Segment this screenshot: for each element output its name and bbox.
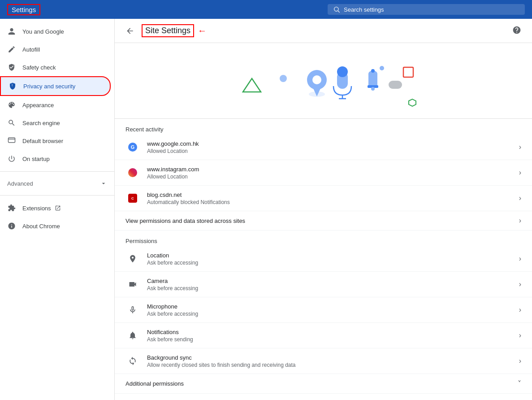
person-icon [7,27,16,36]
site-settings-header: Site Settings ← [115,19,532,43]
view-permissions-item[interactable]: View permissions and data stored across … [115,211,532,230]
permission-location[interactable]: Location Ask before accessing › [115,246,532,272]
right-panel: Site Settings ← [115,19,532,400]
help-circle-icon [512,26,521,35]
chevron-right-icon-8: › [519,331,521,339]
sidebar-item-you-google[interactable]: You and Google [0,22,111,40]
additional-permissions-text: Additional permissions [125,380,518,387]
search-icon [333,6,340,13]
shield-lock-icon [8,82,17,91]
site-settings-illustration [229,54,418,108]
additional-permissions-item[interactable]: Additional permissions ˅ [115,374,532,394]
additional-permissions-label: Additional permissions [125,380,518,387]
svg-point-11 [337,66,348,77]
sidebar-label-about-chrome: About Chrome [22,223,60,230]
shield-icon [7,63,16,72]
sidebar-advanced[interactable]: Advanced [0,175,114,191]
activity-item-csdn[interactable]: C blog.csdn.net Automatically blocked No… [115,186,532,211]
permissions-header: Permissions [115,230,532,246]
illustration-area [115,43,532,119]
google-favicon: G [125,140,140,154]
activity-item-google-text: www.google.com.hk Allowed Location [147,140,519,154]
permission-background-sync-text: Background sync Allow recently closed si… [147,354,519,368]
sidebar-item-autofill[interactable]: Autofill [0,40,111,58]
back-arrow-icon [125,26,134,35]
chevron-right-icon-2: › [519,169,521,177]
sidebar-item-appearance[interactable]: Appearance [0,96,111,114]
permission-background-sync[interactable]: Background sync Allow recently closed si… [115,348,532,374]
settings-title: Settings [7,4,40,15]
sidebar-item-privacy-security[interactable]: Privacy and security [0,76,111,96]
view-permissions-text: View permissions and data stored across … [125,217,519,224]
instagram-favicon [125,165,140,180]
permission-notifications-sub: Ask before sending [147,336,519,343]
permission-microphone[interactable]: Microphone Ask before accessing › [115,297,532,323]
sidebar-item-safety-check[interactable]: Safety check [0,58,111,76]
sidebar-divider-2 [0,195,114,196]
chevron-down-icon [100,180,107,187]
permission-microphone-sub: Ask before accessing [147,311,519,317]
permission-microphone-text: Microphone Ask before accessing [147,303,519,317]
arrow-annotation-title: ← [198,26,207,36]
activity-item-instagram-status: Allowed Location [147,174,519,180]
sidebar-label-safety-check: Safety check [22,64,56,71]
sidebar-item-extensions[interactable]: Extensions [0,199,114,217]
permission-location-sub: Ask before accessing [147,260,519,266]
sidebar-item-search-engine[interactable]: Search engine [0,114,111,132]
search-sidebar-icon [7,118,16,127]
svg-point-15 [371,87,375,91]
activity-item-google[interactable]: G www.google.com.hk Allowed Location › [115,135,532,160]
about-icon [7,222,16,230]
svg-rect-2 [9,138,15,143]
view-permissions-label: View permissions and data stored across … [125,217,519,224]
svg-line-1 [338,11,340,13]
chevron-right-icon-9: › [519,357,521,365]
sidebar-item-default-browser[interactable]: Default browser [0,132,111,150]
sidebar-label-autofill: Autofill [22,46,40,53]
activity-item-instagram[interactable]: www.instagram.com Allowed Location › [115,160,532,186]
csdn-favicon: C [125,191,140,205]
permission-notifications-label: Notifications [147,329,519,335]
svg-marker-4 [243,78,261,92]
sidebar-label-privacy-security: Privacy and security [23,83,75,90]
search-bar[interactable]: Search settings [328,4,525,15]
sidebar-label-appearance: Appearance [22,102,54,109]
top-bar: Settings Search settings [0,0,532,19]
activity-item-csdn-status: Automatically blocked Notifications [147,199,519,205]
permission-background-sync-sub: Allow recently closed sites to finish se… [147,362,519,368]
sidebar: You and Google Autofill Safety check Pri… [0,19,115,400]
sidebar-label-search-engine: Search engine [22,120,60,126]
permission-camera[interactable]: Camera Ask before accessing › [115,272,532,297]
permission-notifications[interactable]: Notifications Ask before sending › [115,323,532,348]
sidebar-item-about-chrome[interactable]: About Chrome [0,217,114,235]
svg-point-22 [380,66,384,70]
location-icon [125,252,140,266]
chevron-right-icon-4: › [519,217,521,225]
chevron-right-icon-6: › [519,280,521,288]
svg-point-16 [371,69,375,73]
browser-icon [7,136,16,145]
sidebar-label-default-browser: Default browser [22,138,63,144]
activity-item-instagram-site: www.instagram.com [147,166,519,173]
activity-item-csdn-site: blog.csdn.net [147,191,519,198]
sidebar-label-on-startup: On startup [22,156,50,162]
svg-marker-21 [409,99,416,106]
recent-activity-header: Recent activity [115,119,532,135]
appearance-icon [7,100,16,109]
sidebar-label-extensions: Extensions [22,205,51,212]
activity-item-instagram-text: www.instagram.com Allowed Location [147,166,519,180]
permission-location-label: Location [147,252,519,259]
permission-microphone-label: Microphone [147,303,519,310]
back-button[interactable] [125,26,134,35]
power-icon [7,154,16,163]
permission-location-text: Location Ask before accessing [147,252,519,266]
svg-point-8 [312,75,321,84]
bell-icon [125,328,140,343]
sync-icon [125,354,140,368]
sidebar-item-on-startup[interactable]: On startup [0,150,111,168]
extensions-icon [7,204,16,213]
permission-camera-label: Camera [147,278,519,284]
svg-point-5 [280,75,287,82]
permission-camera-text: Camera Ask before accessing [147,278,519,291]
help-icon[interactable] [512,26,521,36]
